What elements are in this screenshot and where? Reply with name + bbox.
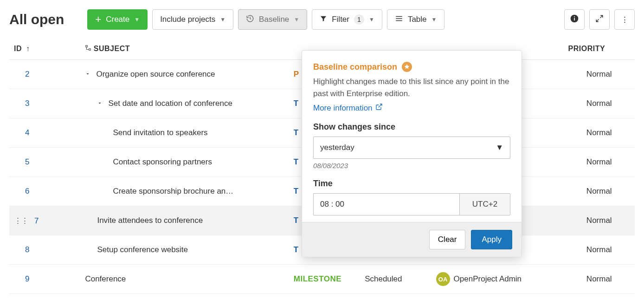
since-label: Show changes since (313, 122, 510, 132)
toolbar: All open + Create ▼ Include projects ▼ B… (9, 9, 635, 30)
work-package-id[interactable]: 7 (34, 216, 39, 225)
col-header-id[interactable]: ID ↑ (9, 38, 80, 60)
work-package-status: Scheduled (365, 274, 402, 283)
work-package-type: MILESTONE (294, 274, 341, 283)
create-button[interactable]: + Create ▼ (87, 9, 148, 30)
svg-rect-9 (89, 49, 91, 51)
work-package-priority: Normal (586, 157, 612, 166)
work-package-subject[interactable]: Contact sponsoring partners (113, 157, 212, 167)
panel-description: Highlight changes made to this list sinc… (313, 76, 510, 99)
svg-rect-5 (574, 16, 575, 17)
work-package-type: T (294, 128, 298, 137)
filter-icon (320, 15, 327, 25)
expand-icon (595, 14, 604, 25)
filter-button[interactable]: Filter 1 ▼ (312, 9, 382, 30)
more-menu-button[interactable]: ⋮ (614, 9, 635, 30)
fullscreen-button[interactable] (589, 9, 610, 30)
filter-count-badge: 1 (354, 14, 364, 25)
svg-rect-4 (574, 18, 575, 20)
create-label: Create (106, 15, 129, 24)
chevron-down-icon: ▼ (496, 143, 503, 152)
table-row[interactable]: 9ConferenceMILESTONEScheduledOAOpenProje… (9, 265, 635, 294)
external-link-icon (375, 103, 383, 113)
info-button[interactable] (564, 9, 585, 30)
avatar: OA (436, 272, 450, 286)
svg-line-6 (600, 15, 603, 18)
since-select-value: yesterday (320, 143, 354, 152)
work-package-id[interactable]: 8 (25, 245, 29, 254)
history-icon (246, 14, 254, 25)
work-package-subject[interactable]: Organize open source conference (96, 70, 215, 79)
work-package-priority: Normal (586, 128, 612, 137)
work-package-priority: Normal (586, 99, 612, 108)
filter-label: Filter (332, 15, 349, 24)
kebab-icon: ⋮ (621, 15, 629, 25)
clear-button[interactable]: Clear (429, 230, 466, 249)
hierarchy-icon (85, 45, 93, 52)
sort-asc-icon: ↑ (26, 45, 30, 52)
view-mode-label: Table (408, 15, 427, 24)
work-package-subject[interactable]: Conference (85, 274, 126, 284)
more-info-label: More information (313, 104, 373, 113)
chevron-down-icon: ▼ (369, 16, 374, 23)
baseline-button[interactable]: Baseline ▼ (238, 9, 307, 30)
work-package-priority: Normal (586, 274, 612, 283)
chevron-down-icon: ▼ (431, 16, 437, 23)
work-package-priority: Normal (586, 245, 612, 254)
page-title: All open (9, 12, 64, 27)
work-package-subject[interactable]: Setup conference website (97, 245, 188, 254)
col-header-id-label: ID (14, 45, 22, 52)
timezone-indicator: UTC+2 (459, 193, 510, 215)
view-mode-button[interactable]: Table ▼ (387, 9, 445, 30)
work-package-id[interactable]: 9 (25, 274, 29, 283)
work-package-id[interactable]: 4 (25, 128, 29, 137)
work-package-subject[interactable]: Set date and location of conference (108, 99, 232, 108)
drag-handle-icon[interactable]: ⋮⋮ (14, 216, 28, 225)
time-label: Time (313, 179, 510, 189)
include-projects-label: Include projects (160, 15, 215, 24)
panel-title: Baseline comparison (313, 62, 510, 72)
assignee-name: OpenProject Admin (454, 274, 522, 283)
work-package-type: T (294, 216, 298, 225)
col-header-subject[interactable]: SUBJECT (80, 38, 289, 60)
since-select[interactable]: yesterday ▼ (313, 137, 510, 159)
since-date-helper: 08/08/2023 (313, 162, 510, 170)
col-header-priority[interactable]: PRIORITY (564, 38, 635, 60)
plus-icon: + (95, 14, 101, 25)
more-info-link[interactable]: More information (313, 103, 383, 113)
work-package-priority: Normal (586, 70, 612, 78)
col-header-subject-label: SUBJECT (94, 45, 130, 52)
chevron-down-icon: ▼ (220, 16, 225, 23)
work-package-type: T (294, 99, 298, 108)
baseline-comparison-panel: Baseline comparison Highlight changes ma… (302, 50, 522, 257)
work-package-subject[interactable]: Invite attendees to conference (97, 216, 203, 225)
work-package-type: T (294, 187, 298, 196)
work-package-priority: Normal (586, 216, 612, 225)
work-package-id[interactable]: 2 (25, 70, 29, 78)
work-package-subject[interactable]: Send invitation to speakers (113, 128, 207, 137)
work-package-id[interactable]: 3 (25, 99, 29, 108)
svg-rect-8 (86, 46, 88, 47)
apply-button[interactable]: Apply (471, 230, 512, 249)
panel-title-text: Baseline comparison (313, 62, 397, 72)
svg-line-7 (596, 19, 599, 21)
table-icon (395, 14, 403, 25)
time-input[interactable]: 08 : 00 (313, 193, 459, 215)
work-package-id[interactable]: 6 (25, 187, 29, 196)
work-package-type: T (294, 245, 298, 254)
info-icon (570, 14, 579, 26)
include-projects-button[interactable]: Include projects ▼ (152, 9, 233, 30)
work-package-priority: Normal (586, 187, 612, 196)
expand-caret-icon[interactable] (85, 71, 90, 78)
work-package-type: T (294, 157, 298, 166)
work-package-id[interactable]: 5 (25, 157, 29, 166)
chevron-down-icon: ▼ (294, 16, 299, 23)
svg-line-10 (378, 104, 381, 107)
work-package-type: P (294, 70, 299, 78)
time-input-value: 08 : 00 (320, 200, 344, 209)
col-header-priority-label: PRIORITY (568, 45, 605, 52)
chevron-down-icon: ▼ (134, 16, 140, 23)
expand-caret-icon[interactable] (97, 100, 103, 107)
enterprise-icon (402, 62, 412, 72)
work-package-subject[interactable]: Create sponsorship brochure an… (113, 187, 233, 196)
